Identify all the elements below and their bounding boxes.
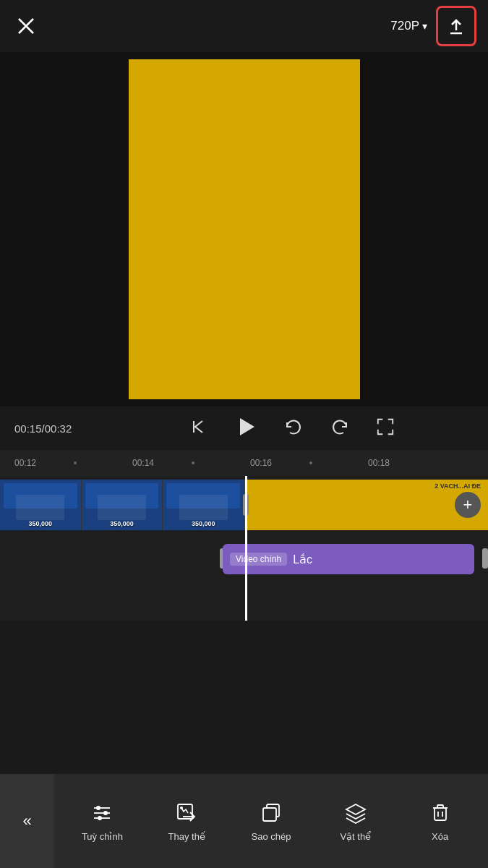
play-button[interactable]: [234, 415, 257, 441]
redo-icon: [330, 417, 350, 437]
undo-icon: [283, 417, 304, 437]
playhead: [245, 476, 247, 621]
header-right: 720P ▾: [390, 6, 476, 46]
effect-tag: Video chính: [230, 553, 287, 566]
video-preview: [0, 52, 488, 407]
ruler-dot-3: [309, 461, 312, 464]
controls-bar: 00:15/00:32: [0, 407, 488, 450]
rewind-icon: [188, 417, 208, 437]
toolbar-item-sao-chep[interactable]: Sao chép: [229, 801, 314, 842]
svg-marker-16: [346, 804, 365, 814]
ruler-dot-1: [74, 461, 77, 464]
add-clip-button[interactable]: +: [455, 492, 481, 518]
svg-point-10: [103, 811, 108, 815]
effect-track: Video chính Lắc: [0, 537, 488, 580]
yellow-overlay-text: 2 VACH...AI ĐE: [435, 482, 481, 490]
film-segment-yellow: 2 VACH...AI ĐE: [246, 480, 488, 530]
thay-the-label: Thay thế: [168, 831, 205, 842]
film-thumb-3: 350,000: [163, 480, 244, 530]
quality-selector[interactable]: 720P ▾: [390, 19, 427, 33]
film-segment-blue: 350,000 350,000 350,000: [0, 480, 246, 530]
vat-the-label: Vật thể: [340, 831, 371, 842]
film-price-3: 350,000: [163, 520, 244, 527]
back-chevron-icon: «: [22, 812, 31, 830]
export-button[interactable]: [436, 6, 476, 46]
effect-chip[interactable]: Video chính Lắc: [223, 544, 474, 574]
toolbar-items: Tuỳ chỉnh Thay thế Sao ch: [54, 774, 488, 868]
close-button[interactable]: [12, 12, 40, 41]
xoa-label: Xóa: [432, 831, 448, 842]
copy-icon: [259, 801, 283, 825]
sao-chep-label: Sao chép: [252, 831, 291, 842]
quality-label: 720P: [390, 19, 419, 33]
chevron-down-icon: ▾: [422, 20, 427, 32]
trash-icon: [428, 801, 453, 825]
toolbar-item-vat-the[interactable]: Vật thể: [313, 801, 398, 842]
svg-marker-5: [240, 418, 254, 435]
image-replace-icon: [174, 801, 199, 825]
video-letterbox-left: [0, 52, 129, 407]
undo-button[interactable]: [283, 417, 304, 440]
toolbar-item-thay-the[interactable]: Thay thế: [145, 801, 229, 842]
timeline-area: 350,000 350,000 350,000 2 VACH...AI ĐE: [0, 476, 488, 621]
timecode: 00:15/00:32: [14, 422, 108, 435]
fullscreen-icon: [376, 417, 395, 436]
ruler-dot-2: [192, 461, 194, 464]
film-thumb-2: 350,000: [82, 480, 163, 530]
svg-rect-15: [263, 808, 276, 821]
film-thumb-1: 350,000: [0, 480, 82, 530]
effect-handle-right[interactable]: [482, 548, 488, 569]
rewind-button[interactable]: [188, 417, 208, 440]
svg-rect-17: [435, 808, 446, 820]
tuy-chinh-label: Tuỳ chỉnh: [82, 831, 123, 842]
video-letterbox-right: [360, 52, 489, 407]
fullscreen-button[interactable]: [376, 417, 395, 439]
ruler-track: 00:12 00:14 00:16 00:18: [0, 450, 488, 476]
ruler-label-3: 00:16: [250, 458, 272, 468]
toolbar-item-xoa[interactable]: Xóa: [398, 801, 482, 842]
film-thumbnails: 350,000 350,000 350,000: [0, 480, 244, 530]
ruler-label-2: 00:14: [132, 458, 154, 468]
ruler-label-1: 00:12: [14, 458, 36, 468]
film-price-1: 350,000: [0, 520, 81, 527]
film-price-2: 350,000: [82, 520, 163, 527]
svg-point-11: [98, 816, 102, 820]
video-frame: [129, 59, 360, 399]
redo-button[interactable]: [330, 417, 350, 440]
toolbar-item-tuy-chinh[interactable]: Tuỳ chỉnh: [60, 801, 145, 842]
bottom-toolbar: « Tuỳ chỉnh: [0, 774, 488, 868]
export-icon: [446, 16, 466, 36]
svg-point-14: [180, 807, 183, 809]
layers-icon: [343, 801, 368, 825]
header: 720P ▾: [0, 0, 488, 52]
sliders-icon: [90, 801, 114, 825]
effect-name: Lắc: [293, 553, 312, 566]
video-track: 350,000 350,000 350,000 2 VACH...AI ĐE: [0, 476, 488, 534]
play-icon: [234, 415, 257, 438]
svg-point-9: [96, 806, 100, 810]
ruler-label-4: 00:18: [368, 458, 390, 468]
close-icon: [16, 16, 36, 36]
playback-controls: [108, 415, 474, 441]
back-button[interactable]: «: [0, 774, 54, 868]
timeline-ruler[interactable]: 00:12 00:14 00:16 00:18: [0, 450, 488, 476]
